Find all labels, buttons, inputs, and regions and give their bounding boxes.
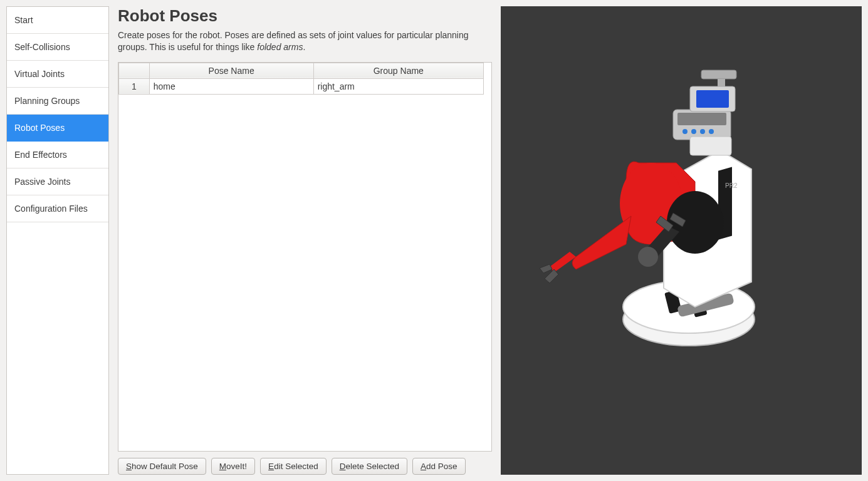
table-header-group[interactable]: Group Name (313, 63, 483, 78)
sidebar-item-passive-joints[interactable]: Passive Joints (7, 168, 108, 195)
table-header-pose[interactable]: Pose Name (149, 63, 313, 78)
app-root: Start Self-Collisions Virtual Joints Pla… (0, 0, 868, 481)
table-row[interactable]: 1 home right_arm (119, 78, 484, 94)
page-title: Robot Poses (118, 6, 492, 26)
poses-table-container: Pose Name Group Name 1 home right_arm (118, 62, 492, 452)
sidebar-item-planning-groups[interactable]: Planning Groups (7, 88, 108, 115)
page-description: Create poses for the robot. Poses are de… (118, 29, 469, 53)
svg-point-14 (700, 129, 705, 134)
sidebar-item-virtual-joints[interactable]: Virtual Joints (7, 61, 108, 88)
table-header-rownum[interactable] (119, 63, 150, 78)
button-row: Show Default Pose MoveIt! Edit Selected … (118, 458, 492, 475)
desc-em: folded arms (257, 42, 303, 52)
table-cell-pose[interactable]: home (149, 78, 313, 94)
svg-point-12 (682, 129, 688, 134)
svg-rect-16 (701, 70, 736, 79)
sidebar-item-robot-poses[interactable]: Robot Poses (7, 115, 108, 142)
svg-rect-11 (677, 113, 726, 125)
sidebar-item-configuration-files[interactable]: Configuration Files (7, 195, 108, 222)
svg-rect-19 (696, 90, 729, 108)
robot-3d-viewer[interactable]: PR2 (501, 6, 862, 475)
main-panel: Robot Poses Create poses for the robot. … (118, 6, 492, 475)
table-cell-group[interactable]: right_arm (313, 78, 483, 94)
svg-text:PR2: PR2 (725, 182, 738, 189)
delete-selected-button[interactable]: Delete Selected (332, 458, 407, 475)
sidebar-item-self-collisions[interactable]: Self-Collisions (7, 34, 108, 61)
sidebar-item-end-effectors[interactable]: End Effectors (7, 142, 108, 168)
add-pose-button[interactable]: Add Pose (412, 458, 466, 475)
sidebar-item-start[interactable]: Start (7, 7, 108, 34)
svg-point-13 (691, 129, 696, 134)
svg-point-15 (709, 129, 714, 134)
svg-rect-20 (690, 137, 731, 155)
edit-selected-button[interactable]: Edit Selected (260, 458, 327, 475)
poses-table[interactable]: Pose Name Group Name 1 home right_arm (118, 63, 484, 95)
robot-icon: PR2 (532, 56, 802, 351)
sidebar: Start Self-Collisions Virtual Joints Pla… (6, 6, 109, 475)
table-cell-rownum: 1 (119, 78, 150, 94)
svg-point-8 (638, 247, 658, 267)
desc-post: . (303, 42, 305, 52)
show-default-pose-button[interactable]: Show Default Pose (118, 458, 206, 475)
moveit-button[interactable]: MoveIt! (211, 458, 255, 475)
